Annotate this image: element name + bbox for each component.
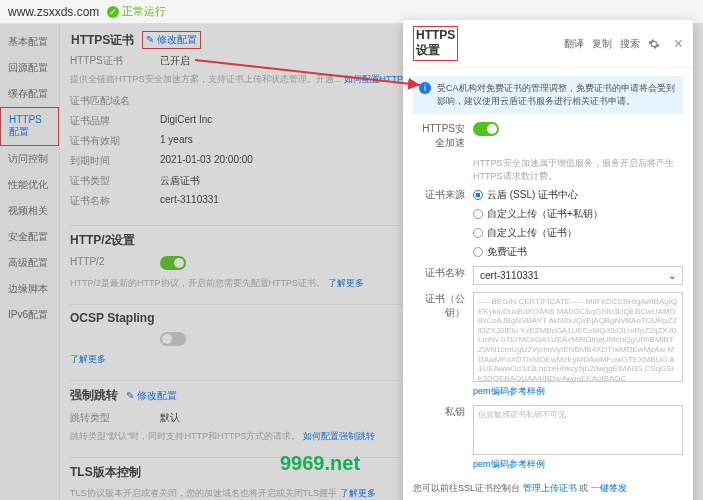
cert-name-label: 证书名称 xyxy=(413,266,473,285)
domain-url: www.zsxxds.com xyxy=(8,5,99,19)
footer-text: 您可以前往SSL证书控制台 xyxy=(413,483,520,493)
cert-src-label: 证书来源 xyxy=(413,188,473,259)
radio-option-0[interactable]: 云盾 (SSL) 证书中心 xyxy=(473,188,683,202)
tool-search[interactable]: 搜索 xyxy=(620,37,640,51)
tool-copy[interactable]: 复制 xyxy=(592,37,612,51)
manage-cert-link[interactable]: 管理上传证书 xyxy=(523,483,577,493)
gear-icon[interactable] xyxy=(648,38,660,50)
https-settings-modal: HTTPS设置 翻译 复制 搜索 × i 受CA机构对免费证书的管理调整，免费证… xyxy=(403,20,693,500)
priv-textarea[interactable]: 信息敏感证书私钥不可见 xyxy=(473,405,683,455)
radio-icon xyxy=(473,190,483,200)
cert-pub-textarea[interactable]: -----BEGIN CERTIFICATE----- MIIFkDCCBHig… xyxy=(473,292,683,382)
modal-title: HTTPS设置 xyxy=(413,26,458,61)
priv-label: 私钥 xyxy=(413,405,473,471)
tool-translate[interactable]: 翻译 xyxy=(564,37,584,51)
info-icon: i xyxy=(419,82,431,94)
radio-option-3[interactable]: 免费证书 xyxy=(473,245,683,259)
radio-icon xyxy=(473,209,483,219)
close-icon[interactable]: × xyxy=(674,35,683,53)
pem-example-link-2[interactable]: pem编码参考样例 xyxy=(473,458,683,471)
info-banner: i 受CA机构对免费证书的管理调整，免费证书的申请将会受到影响，建议使用云盾证书… xyxy=(413,76,683,114)
accel-label: HTTPS安全加速 xyxy=(413,122,473,150)
accel-tip: HTTPS安全加速属于增值服务，服务开启后将产生HTTPS请求数计费。 xyxy=(473,157,683,183)
cert-pub-label: 证书（公钥） xyxy=(413,292,473,398)
cert-name-select[interactable]: cert-3110331⌄ xyxy=(473,266,683,285)
radio-icon xyxy=(473,247,483,257)
https-accel-toggle[interactable] xyxy=(473,122,499,136)
pem-example-link[interactable]: pem编码参考样例 xyxy=(473,385,683,398)
status-badge: 正常运行 xyxy=(107,4,166,19)
radio-option-1[interactable]: 自定义上传（证书+私钥） xyxy=(473,207,683,221)
radio-option-2[interactable]: 自定义上传（证书） xyxy=(473,226,683,240)
radio-icon xyxy=(473,228,483,238)
one-click-link[interactable]: 一键签发 xyxy=(591,483,627,493)
chevron-down-icon: ⌄ xyxy=(668,270,676,281)
